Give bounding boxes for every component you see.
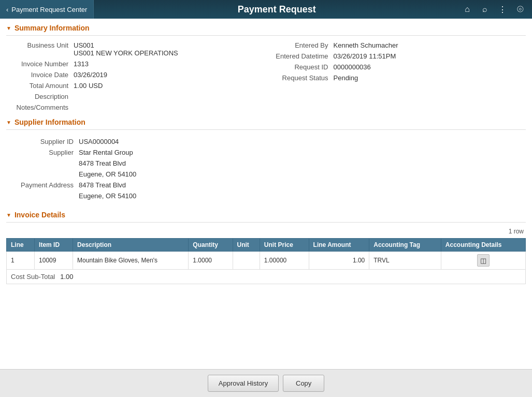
search-icon: ⌕: [482, 5, 487, 14]
field-request-status: Request Status Pending: [266, 72, 526, 83]
col-header-description: Description: [73, 239, 189, 252]
more-button[interactable]: ⋮: [495, 2, 510, 17]
field-value-supplier-id: USA0000004: [79, 138, 119, 145]
cell-quantity: 1.0000: [189, 252, 233, 270]
header-icons: ⌂ ⌕ ⋮ ⦾: [459, 2, 532, 17]
app-header: ‹ Payment Request Center Payment Request…: [0, 0, 532, 19]
search-button[interactable]: ⌕: [477, 2, 493, 17]
summary-right-col: Entered By Kenneth Schumacher Entered Da…: [266, 40, 526, 113]
field-label-invoice-date: Invoice Date: [6, 71, 68, 79]
field-label-entered-by: Entered By: [266, 41, 328, 49]
back-button[interactable]: ‹ Payment Request Center: [0, 0, 94, 19]
field-value-invoice-number: 1313: [74, 60, 89, 68]
field-value-supplier-addr1: 8478 Treat Blvd: [79, 159, 126, 167]
business-unit-value2: US001 NEW YORK OPERATIONS: [74, 49, 178, 57]
field-entered-by: Entered By Kenneth Schumacher: [266, 40, 526, 51]
page-title: Payment Request: [94, 4, 459, 15]
field-value-entered-by: Kenneth Schumacher: [334, 41, 398, 49]
field-label-request-id: Request ID: [266, 63, 328, 71]
cell-line-amount: 1.00: [309, 252, 369, 270]
copy-button[interactable]: Copy: [283, 375, 324, 392]
field-description: Description: [6, 91, 266, 102]
col-header-line: Line: [7, 239, 35, 252]
field-label-supplier-id: Supplier ID: [6, 138, 74, 145]
field-total-amount: Total Amount 1.00 USD: [6, 80, 266, 91]
nav-icon: ⦾: [517, 5, 524, 14]
invoice-details: 1 row Line Item ID Description Quantity …: [6, 227, 526, 284]
field-label-description: Description: [6, 93, 68, 100]
summary-left-col: Business Unit US001 US001 NEW YORK OPERA…: [6, 40, 266, 113]
field-label-supplier-name: Supplier: [6, 149, 74, 156]
field-label-payment-address: Payment Address: [6, 181, 74, 189]
field-value-entered-datetime: 03/26/2019 11:51PM: [334, 52, 396, 60]
field-label-request-status: Request Status: [266, 74, 328, 82]
field-value-payment-addr1: 8478 Treat Blvd: [79, 181, 126, 189]
field-label-invoice-number: Invoice Number: [6, 60, 68, 68]
table-header-row: Line Item ID Description Quantity Unit U…: [7, 239, 526, 252]
back-arrow-icon: ‹: [6, 6, 8, 13]
field-value-payment-addr2: Eugene, OR 54100: [79, 192, 136, 200]
supplier-section-label: Supplier Information: [15, 118, 85, 126]
col-header-unit-price: Unit Price: [260, 239, 309, 252]
field-label-notes: Notes/Comments: [6, 104, 68, 111]
cost-subtotal-row: Cost Sub-Total 1.00: [6, 270, 526, 284]
more-icon: ⋮: [498, 5, 507, 14]
field-label-entered-datetime: Entered Datetime: [266, 52, 328, 60]
field-invoice-number: Invoice Number 1313: [6, 58, 266, 69]
summary-section-label: Summary Information: [15, 24, 90, 32]
cell-accounting-details: ◫: [441, 252, 525, 270]
supplier-fields: Supplier ID USA0000004 Supplier Star Ren…: [6, 134, 526, 205]
supplier-section-header: ▼ Supplier Information: [6, 113, 526, 130]
back-label: Payment Request Center: [11, 6, 87, 13]
field-supplier-id: Supplier ID USA0000004: [6, 136, 526, 147]
col-header-unit: Unit: [233, 239, 260, 252]
field-value-business-unit: US001 US001 NEW YORK OPERATIONS: [74, 41, 178, 57]
field-supplier-addr1: 8478 Treat Blvd: [6, 158, 526, 169]
field-payment-address: Payment Address 8478 Treat Blvd: [6, 180, 526, 190]
row-count: 1 row: [6, 227, 526, 236]
field-invoice-date: Invoice Date 03/26/2019: [6, 69, 266, 80]
main-content: ▼ Summary Information Business Unit US00…: [0, 19, 532, 397]
field-value-invoice-date: 03/26/2019: [74, 71, 107, 79]
table-row: 1 10009 Mountain Bike Gloves, Men's 1.00…: [7, 252, 526, 270]
cell-item-id: 10009: [35, 252, 73, 270]
supplier-toggle-icon[interactable]: ▼: [6, 120, 11, 125]
invoice-section-header: ▼ Invoice Details: [6, 205, 526, 223]
field-value-supplier-name: Star Rental Group: [79, 149, 133, 156]
invoice-toggle-icon[interactable]: ▼: [6, 212, 11, 218]
field-payment-addr2: Eugene, OR 54100: [6, 190, 526, 201]
home-icon: ⌂: [465, 5, 470, 14]
field-request-id: Request ID 0000000036: [266, 62, 526, 72]
field-business-unit: Business Unit US001 US001 NEW YORK OPERA…: [6, 40, 266, 58]
approval-history-button[interactable]: Approval History: [208, 375, 279, 392]
field-value-supplier-addr2: Eugene, OR 54100: [79, 170, 136, 178]
summary-section-header: ▼ Summary Information: [6, 19, 526, 36]
nav-button[interactable]: ⦾: [512, 2, 528, 17]
cell-unit-price: 1.00000: [260, 252, 309, 270]
cost-subtotal-label: Cost Sub-Total: [11, 273, 55, 281]
cell-unit: [233, 252, 260, 270]
field-label-total-amount: Total Amount: [6, 82, 68, 90]
business-unit-value1: US001: [74, 41, 178, 49]
col-header-accounting-tag: Accounting Tag: [369, 239, 441, 252]
cell-line: 1: [7, 252, 35, 270]
field-label-business-unit: Business Unit: [6, 41, 68, 49]
summary-toggle-icon[interactable]: ▼: [6, 25, 11, 31]
field-supplier-addr2: Eugene, OR 54100: [6, 169, 526, 180]
cell-accounting-tag: TRVL: [369, 252, 441, 270]
field-notes: Notes/Comments: [6, 102, 266, 113]
cell-description: Mountain Bike Gloves, Men's: [73, 252, 189, 270]
field-value-request-id: 0000000036: [334, 63, 371, 71]
field-entered-datetime: Entered Datetime 03/26/2019 11:51PM: [266, 51, 526, 62]
col-header-accounting-details: Accounting Details: [441, 239, 525, 252]
summary-fields: Business Unit US001 US001 NEW YORK OPERA…: [6, 40, 526, 113]
invoice-section-label: Invoice Details: [15, 211, 65, 219]
accounting-details-icon[interactable]: ◫: [477, 254, 490, 267]
col-header-quantity: Quantity: [189, 239, 233, 252]
col-header-line-amount: Line Amount: [309, 239, 369, 252]
field-value-total-amount: 1.00 USD: [74, 82, 103, 90]
home-button[interactable]: ⌂: [459, 2, 475, 17]
bottom-bar: Approval History Copy: [0, 369, 532, 397]
field-supplier-name: Supplier Star Rental Group: [6, 147, 526, 158]
invoice-table: Line Item ID Description Quantity Unit U…: [6, 238, 526, 270]
